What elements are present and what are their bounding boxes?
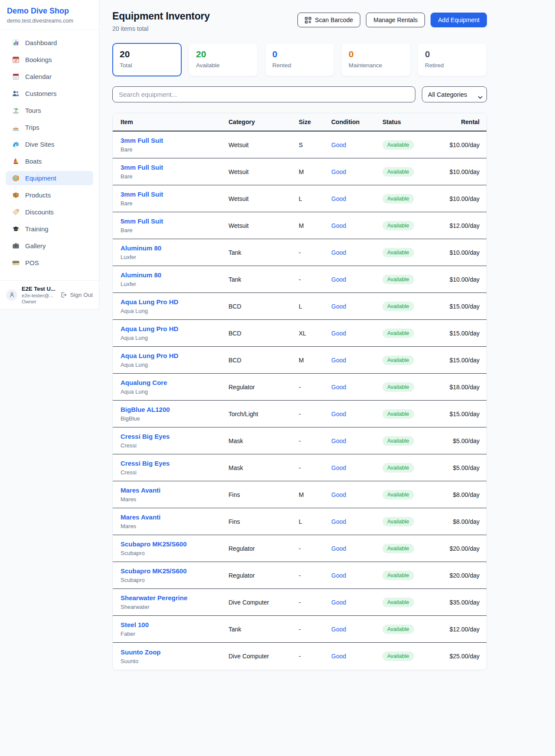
condition-link[interactable]: Good [331, 437, 382, 444]
item-name-link[interactable]: Suunto Zoop [121, 648, 229, 656]
condition-link[interactable]: Good [331, 168, 382, 175]
stat-card-total[interactable]: 20Total [112, 43, 182, 76]
barcode-icon [305, 17, 311, 23]
item-name-link[interactable]: Cressi Big Eyes [121, 460, 229, 467]
scan-barcode-button[interactable]: Scan Barcode [297, 13, 360, 27]
sidebar-item-label: Products [25, 191, 51, 199]
stat-card-available[interactable]: 20Available [189, 43, 258, 76]
column-header-item: Item [121, 118, 229, 125]
status-cell: Available [382, 409, 439, 419]
item-name-link[interactable]: Scubapro MK25/S600 [121, 540, 229, 548]
item-name-link[interactable]: Aqua Lung Pro HD [121, 325, 229, 333]
item-name-link[interactable]: Aqualung Core [121, 379, 229, 387]
condition-link[interactable]: Good [331, 626, 382, 633]
page-header-titles: Equipment Inventory 20 items total [112, 10, 210, 32]
status-badge: Available [382, 302, 414, 311]
item-name-link[interactable]: Cressi Big Eyes [121, 433, 229, 440]
item-name-link[interactable]: Mares Avanti [121, 486, 229, 494]
sidebar-item-tours[interactable]: Tours [6, 103, 93, 118]
sidebar-item-trips[interactable]: Trips [6, 120, 93, 135]
sidebar-item-training[interactable]: Training [6, 222, 93, 236]
condition-link[interactable]: Good [331, 653, 382, 660]
item-name-link[interactable]: Aqua Lung Pro HD [121, 298, 229, 306]
condition-link[interactable]: Good [331, 249, 382, 256]
condition-link[interactable]: Good [331, 195, 382, 202]
sidebar-item-pos[interactable]: POS [6, 256, 93, 270]
sidebar-item-dashboard[interactable]: Dashboard [6, 36, 93, 50]
condition-link[interactable]: Good [331, 222, 382, 229]
item-name-link[interactable]: Steel 100 [121, 621, 229, 629]
sidebar-item-discounts[interactable]: Discounts [6, 205, 93, 219]
status-cell: Available [382, 382, 439, 392]
manage-rentals-button[interactable]: Manage Rentals [366, 13, 425, 27]
item-name-link[interactable]: Shearwater Peregrine [121, 594, 229, 602]
table-row: 3mm Full SuitBareWetsuitMGoodAvailable$1… [113, 158, 486, 185]
rental-cell: $5.00/day [439, 464, 480, 471]
item-name-link[interactable]: Scubapro MK25/S600 [121, 567, 229, 575]
condition-link[interactable]: Good [331, 599, 382, 606]
item-name-link[interactable]: Aluminum 80 [121, 271, 229, 279]
category-cell: Wetsuit [229, 222, 299, 229]
status-badge: Available [382, 598, 414, 607]
stat-card-maintenance[interactable]: 0Maintenance [341, 43, 411, 76]
category-cell: Mask [229, 464, 299, 471]
status-cell: Available [382, 355, 439, 365]
item-cell: Aluminum 80Luxfer [121, 244, 229, 260]
condition-link[interactable]: Good [331, 518, 382, 525]
condition-link[interactable]: Good [331, 572, 382, 579]
sidebar-item-bookings[interactable]: 17Bookings [6, 53, 93, 67]
rental-cell: $5.00/day [439, 437, 480, 444]
sidebar-item-dive-sites[interactable]: Dive Sites [6, 137, 93, 151]
condition-link[interactable]: Good [331, 411, 382, 417]
condition-link[interactable]: Good [331, 545, 382, 552]
rental-cell: $35.00/day [439, 599, 480, 606]
sidebar-item-label: Training [25, 225, 49, 233]
condition-link[interactable]: Good [331, 357, 382, 364]
condition-link[interactable]: Good [331, 330, 382, 337]
status-cell: Available [382, 463, 439, 473]
item-name-link[interactable]: BigBlue AL1200 [121, 406, 229, 414]
category-select[interactable]: All Categories [422, 86, 487, 102]
item-brand: Mares [121, 523, 229, 529]
rental-cell: $8.00/day [439, 518, 480, 525]
condition-link[interactable]: Good [331, 276, 382, 283]
brand-name[interactable]: Demo Dive Shop [7, 7, 92, 16]
sidebar-item-boats[interactable]: Boats [6, 154, 93, 168]
condition-link[interactable]: Good [331, 141, 382, 148]
sidebar-item-products[interactable]: Products [6, 188, 93, 202]
item-brand: Mares [121, 496, 229, 503]
item-name-link[interactable]: Aqua Lung Pro HD [121, 352, 229, 360]
stat-card-retired[interactable]: 0Retired [418, 43, 487, 76]
condition-link[interactable]: Good [331, 464, 382, 471]
item-brand: Scubapro [121, 550, 229, 556]
size-cell: M [299, 357, 331, 364]
stat-card-rented[interactable]: 0Rented [265, 43, 334, 76]
item-brand: Bare [121, 227, 229, 233]
condition-link[interactable]: Good [331, 303, 382, 310]
item-name-link[interactable]: 3mm Full Suit [121, 137, 229, 145]
status-cell: Available [382, 221, 439, 230]
category-cell: Tank [229, 276, 299, 283]
rental-cell: $10.00/day [439, 276, 480, 283]
item-name-link[interactable]: Mares Avanti [121, 513, 229, 521]
rental-cell: $15.00/day [439, 330, 480, 337]
sidebar-item-equipment[interactable]: Equipment [6, 171, 93, 185]
sidebar-item-customers[interactable]: Customers [6, 86, 93, 101]
sign-out-button[interactable]: Sign Out [60, 292, 93, 298]
item-name-link[interactable]: 3mm Full Suit [121, 191, 229, 198]
condition-link[interactable]: Good [331, 384, 382, 391]
search-input[interactable] [112, 86, 415, 102]
add-equipment-button[interactable]: Add Equipment [431, 13, 487, 27]
item-name-link[interactable]: Aluminum 80 [121, 244, 229, 252]
sidebar-item-gallery[interactable]: Gallery [6, 239, 93, 253]
stat-value: 0 [425, 49, 480, 59]
sidebar-item-calendar[interactable]: Calendar [6, 69, 93, 84]
item-name-link[interactable]: 3mm Full Suit [121, 164, 229, 171]
table-row: 3mm Full SuitBareWetsuitSGoodAvailable$1… [113, 131, 486, 158]
item-brand: Suunto [121, 658, 229, 664]
item-name-link[interactable]: 5mm Full Suit [121, 217, 229, 225]
header-actions: Scan Barcode Manage Rentals Add Equipmen… [297, 13, 487, 27]
page-header: Equipment Inventory 20 items total [112, 10, 487, 32]
condition-link[interactable]: Good [331, 491, 382, 498]
item-cell: Aqua Lung Pro HDAqua Lung [121, 325, 229, 341]
